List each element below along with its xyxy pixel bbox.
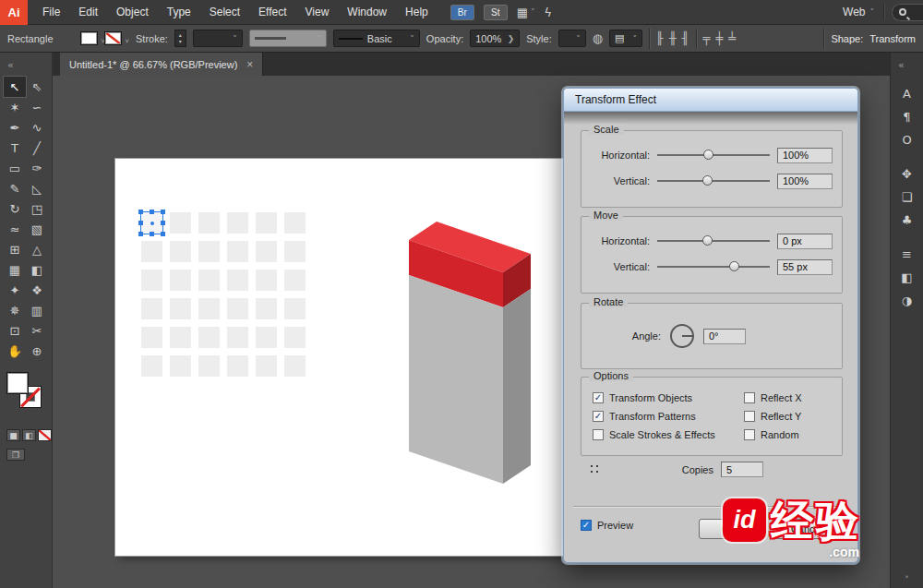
align-right-icon[interactable]: ╢ xyxy=(682,31,689,45)
grid-rectangle[interactable] xyxy=(141,270,162,291)
direct-selection-tool[interactable]: ⇖ xyxy=(26,77,48,97)
grid-rectangle[interactable] xyxy=(141,241,162,262)
transform-objects-checkbox[interactable]: Transform Objects xyxy=(593,392,744,403)
grid-rectangle[interactable] xyxy=(256,327,277,348)
type-tool[interactable]: T xyxy=(4,138,26,158)
grid-rectangle[interactable] xyxy=(227,327,248,348)
magic-wand-tool[interactable]: ✶ xyxy=(4,97,26,117)
screen-mode-icon[interactable]: ❐ xyxy=(6,449,25,461)
pencil-tool[interactable]: ✎ xyxy=(4,178,26,198)
move-horizontal-slider[interactable] xyxy=(657,234,770,247)
selection-tool[interactable]: ↖ xyxy=(4,77,26,97)
app-logo-icon[interactable]: Ai xyxy=(0,0,28,25)
grid-rectangle[interactable] xyxy=(284,327,306,348)
grid-rectangle[interactable] xyxy=(198,241,220,262)
slider-thumb[interactable] xyxy=(729,261,739,271)
scale-horizontal-slider[interactable] xyxy=(657,149,770,162)
transform-panel-icon[interactable]: ✥ xyxy=(894,162,920,186)
character-panel-icon[interactable]: A xyxy=(894,82,920,105)
symbols-panel-icon[interactable]: ♣ xyxy=(894,209,920,232)
paragraph-panel-icon[interactable]: ¶ xyxy=(894,105,920,128)
perspective-grid-tool[interactable]: △ xyxy=(26,239,48,259)
grid-rectangle[interactable] xyxy=(256,355,277,377)
grid-rectangle[interactable] xyxy=(256,241,277,262)
zoom-tool[interactable]: ⊕ xyxy=(26,341,48,361)
grid-rectangle[interactable] xyxy=(256,212,277,234)
grid-rectangle[interactable] xyxy=(284,298,306,319)
slider-thumb[interactable] xyxy=(702,175,713,186)
grid-rectangle[interactable] xyxy=(256,270,277,291)
rotate-tool[interactable]: ↻ xyxy=(4,198,26,219)
opacity-select[interactable]: 100%❯ xyxy=(470,30,520,47)
align-middle-icon[interactable]: ╪ xyxy=(715,31,723,45)
gradient-panel-icon[interactable]: ◧ xyxy=(894,266,920,289)
line-segment-tool[interactable]: ╱ xyxy=(26,138,48,158)
grid-rectangle[interactable] xyxy=(198,355,220,377)
column-graph-tool[interactable]: ▥ xyxy=(26,300,48,320)
transform-link[interactable]: Transform xyxy=(869,33,916,44)
shape-label[interactable]: Shape: xyxy=(831,33,863,44)
box-illustration[interactable] xyxy=(397,214,535,486)
width-tool[interactable]: ≈ xyxy=(4,219,26,239)
angle-dial[interactable] xyxy=(670,324,694,348)
grid-rectangle[interactable] xyxy=(284,212,306,234)
grid-rectangle[interactable] xyxy=(227,212,248,234)
color-mode-icon[interactable]: ■ xyxy=(6,429,20,441)
grid-rectangle[interactable] xyxy=(227,270,248,291)
align-center-icon[interactable]: ╫ xyxy=(669,31,677,45)
menu-effect[interactable]: Effect xyxy=(249,0,295,24)
paintbrush-tool[interactable]: ✑ xyxy=(26,158,48,178)
grid-rectangle[interactable] xyxy=(170,327,191,348)
dialog-titlebar[interactable]: Transform Effect xyxy=(564,89,857,112)
brush-definition-select[interactable]: Basic˅ xyxy=(333,30,420,47)
align-bottom-icon[interactable]: ╧ xyxy=(728,31,736,45)
menu-type[interactable]: Type xyxy=(158,0,200,24)
grid-rectangle[interactable] xyxy=(170,212,191,234)
grid-rectangle[interactable] xyxy=(198,270,220,291)
move-horizontal-field[interactable]: 0 px xyxy=(777,234,833,249)
grid-rectangle[interactable] xyxy=(227,355,248,377)
stroke-weight-select[interactable]: ˅ xyxy=(193,30,243,47)
reflect-x-checkbox[interactable]: Reflect X xyxy=(744,392,802,403)
width-profile-select[interactable]: ˅ xyxy=(249,30,327,47)
random-checkbox[interactable]: Random xyxy=(744,429,802,440)
copies-field[interactable]: 5 xyxy=(721,462,763,477)
scale-horizontal-field[interactable]: 100% xyxy=(777,148,833,163)
grid-rectangle[interactable] xyxy=(170,298,191,319)
eraser-tool[interactable]: ◺ xyxy=(26,178,48,198)
scale-tool[interactable]: ◳ xyxy=(26,198,48,219)
grid-rectangle[interactable] xyxy=(284,355,306,377)
lasso-tool[interactable]: ∽ xyxy=(26,97,48,117)
ok-button[interactable]: OK xyxy=(699,519,760,539)
grid-rectangle[interactable] xyxy=(198,298,220,319)
stroke-color-swatch[interactable]: ˅ xyxy=(104,31,122,45)
stroke-weight-stepper[interactable]: ▴▾ xyxy=(174,30,186,47)
preview-checkbox[interactable]: Preview xyxy=(581,520,633,531)
l-handle[interactable] xyxy=(138,221,143,225)
grid-rectangle[interactable] xyxy=(284,241,306,262)
grid-rectangle[interactable] xyxy=(141,355,162,377)
grid-rectangle[interactable] xyxy=(170,241,191,262)
angle-field[interactable]: 0° xyxy=(703,329,746,344)
br-handle[interactable] xyxy=(161,232,165,236)
rectangle-tool[interactable]: ▭ xyxy=(4,158,26,178)
gradient-mode-icon[interactable]: ◧ xyxy=(22,429,36,441)
artboards-panel-icon[interactable]: ❏ xyxy=(894,186,920,209)
slider-thumb[interactable] xyxy=(703,150,713,160)
grid-rectangle[interactable] xyxy=(227,298,248,319)
collapse-panel-icon[interactable]: « xyxy=(0,53,52,77)
selected-rectangle[interactable] xyxy=(141,212,162,234)
transparency-panel-icon[interactable]: ◑ xyxy=(894,289,920,312)
menu-window[interactable]: Window xyxy=(338,0,396,24)
artboard-tool[interactable]: ⊡ xyxy=(4,320,26,341)
tl-handle[interactable] xyxy=(138,210,143,214)
stock-button[interactable]: St xyxy=(484,5,508,20)
menu-object[interactable]: Object xyxy=(107,0,158,24)
move-vertical-field[interactable]: 55 px xyxy=(777,259,833,275)
scale-strokes-effects-checkbox[interactable]: Scale Strokes & Effects xyxy=(593,429,744,440)
arrange-documents-icon[interactable]: ▦˅ xyxy=(517,6,535,19)
align-top-icon[interactable]: ╤ xyxy=(703,31,711,45)
expand-panels-icon[interactable]: « xyxy=(891,53,923,77)
scale-vertical-slider[interactable] xyxy=(657,174,770,187)
grid-rectangle[interactable] xyxy=(198,327,220,348)
